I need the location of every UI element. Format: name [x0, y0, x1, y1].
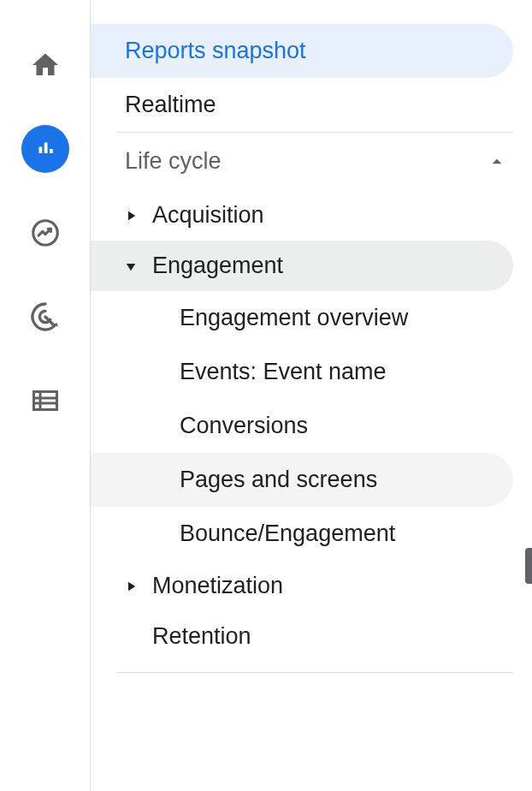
trend-circle-icon — [29, 217, 62, 249]
tree-engagement[interactable]: Engagement — [91, 241, 513, 291]
tree-retention[interactable]: Retention — [91, 611, 513, 662]
nav-realtime[interactable]: Realtime — [91, 78, 513, 132]
caret-right-icon — [116, 208, 145, 223]
chevron-up-icon — [486, 151, 508, 173]
sub-events[interactable]: Events: Event name — [91, 345, 513, 399]
tree-acquisition[interactable]: Acquisition — [91, 190, 513, 241]
list-icon — [30, 385, 61, 416]
tree-label: Retention — [145, 623, 251, 650]
sub-engagement-overview[interactable]: Engagement overview — [91, 291, 513, 345]
sub-label: Bounce/Engagement — [180, 520, 395, 547]
nav-configure[interactable] — [21, 377, 69, 425]
nav-home[interactable] — [21, 41, 69, 89]
tree-label: Acquisition — [145, 202, 264, 229]
scrollbar-thumb[interactable] — [525, 548, 532, 584]
nav-reports[interactable] — [21, 125, 69, 173]
target-click-icon — [28, 300, 62, 334]
tree-monetization[interactable]: Monetization — [91, 561, 513, 611]
nav-label: Realtime — [125, 92, 216, 118]
caret-down-icon — [116, 259, 145, 274]
sub-label: Engagement overview — [180, 305, 408, 331]
sub-pages-screens[interactable]: Pages and screens — [91, 453, 513, 507]
tree-label: Engagement — [145, 253, 283, 279]
svg-rect-1 — [33, 392, 56, 410]
section-label: Life cycle — [125, 148, 222, 175]
sub-conversions[interactable]: Conversions — [91, 399, 513, 453]
caret-right-icon — [116, 579, 145, 594]
nav-reports-snapshot[interactable]: Reports snapshot — [91, 24, 513, 78]
bar-chart-icon — [33, 136, 58, 162]
sub-label: Conversions — [180, 413, 308, 439]
reports-nav-panel: Reports snapshot Realtime Life cycle Acq… — [91, 0, 532, 791]
sub-label: Events: Event name — [180, 359, 387, 385]
home-icon — [30, 50, 61, 80]
section-life-cycle[interactable]: Life cycle — [91, 133, 532, 190]
nav-explore[interactable] — [21, 209, 69, 257]
nav-advertising[interactable] — [21, 293, 69, 341]
icon-rail — [0, 0, 91, 791]
nav-label: Reports snapshot — [125, 38, 306, 64]
tree-label: Monetization — [145, 573, 283, 599]
divider — [116, 672, 513, 673]
sub-bounce-engagement[interactable]: Bounce/Engagement — [91, 507, 513, 561]
sub-label: Pages and screens — [180, 467, 377, 493]
